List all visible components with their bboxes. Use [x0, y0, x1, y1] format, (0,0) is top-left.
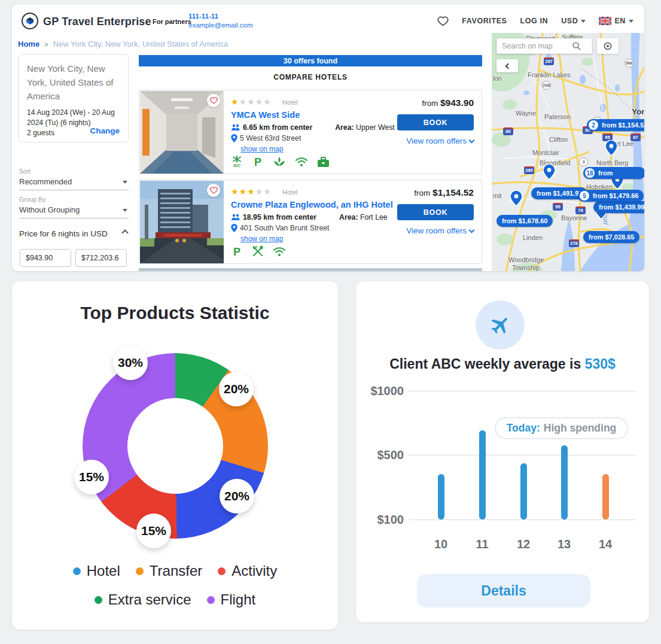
address-text: 5 West 63rd Street — [240, 134, 301, 142]
wifi-icon — [295, 157, 308, 168]
view-room-offers-link[interactable]: View room offers — [384, 136, 474, 145]
compare-hotels-link[interactable]: COMPARE HOTELS — [139, 73, 482, 81]
today-value: High spending — [544, 422, 617, 435]
price-min-input[interactable]: $943.90 — [20, 249, 71, 267]
partner-phone[interactable]: 111-11-11 — [188, 13, 218, 20]
view-room-offers-label: View room offers — [406, 136, 467, 145]
price-max-input[interactable]: $712,203.6 — [75, 249, 127, 267]
chevron-down-icon — [629, 20, 633, 23]
pill-price: from $7,028.65 — [589, 233, 634, 241]
legend-item: Flight — [207, 591, 256, 608]
location-pin-icon — [231, 134, 237, 142]
location-pin-icon — [231, 224, 237, 232]
legend-label: Transfer — [150, 563, 202, 579]
map[interactable]: RingwoodSuffernlonFranklin LakesWaynePat… — [492, 33, 644, 271]
currency-select[interactable]: USD — [561, 17, 586, 25]
bar — [561, 445, 568, 520]
star-icon: ★ — [231, 97, 239, 107]
breadcrumb-separator: > — [44, 41, 48, 48]
show-on-map-link[interactable]: show on map — [240, 145, 283, 153]
legend-item: Transfer — [136, 563, 202, 579]
map-collapse-button[interactable] — [496, 59, 518, 72]
x-axis-label: 13 — [552, 537, 576, 551]
price-from: from $1,154.52 — [384, 187, 474, 198]
view-room-offers-link[interactable]: View room offers — [384, 226, 474, 235]
legend-dot-icon — [218, 567, 226, 575]
language-select[interactable]: EN — [599, 17, 633, 25]
map-pin-icon[interactable] — [510, 190, 522, 208]
map-pin-icon[interactable] — [605, 140, 617, 158]
stats-title: Client ABC weekly average is 530$ — [356, 356, 649, 372]
map-pin-icon[interactable] — [543, 164, 555, 182]
book-button[interactable]: BOOK — [397, 204, 474, 220]
price-value: $943.90 — [440, 98, 474, 108]
brand-title: GP Travel Enterprise — [43, 16, 151, 28]
chevron-up-icon — [121, 229, 128, 236]
header-actions: FAVORITES LOG IN USD EN — [437, 12, 633, 30]
wifi-icon — [273, 247, 286, 257]
price-filter-header[interactable]: Price for 6 nights in USD — [19, 229, 129, 238]
group-by-value: Without Grouping — [19, 205, 129, 214]
favorite-heart-button[interactable] — [207, 94, 220, 107]
details-button[interactable]: Details — [417, 574, 590, 607]
distance-icon — [231, 124, 240, 131]
price-value: $1,154.52 — [432, 187, 474, 198]
x-axis-label: 11 — [470, 537, 494, 551]
area-value: Fort Lee — [360, 213, 388, 221]
pill-count: 18 — [585, 168, 595, 178]
pill-price: from $1,678.60 — [502, 217, 547, 224]
star-icon: ★ — [255, 187, 264, 196]
from-label: from — [422, 99, 438, 108]
sort-value: Recommended — [19, 177, 129, 186]
parking-icon: P — [252, 156, 264, 168]
star-icon: ★ — [231, 187, 239, 196]
x-axis-label: 12 — [511, 537, 535, 551]
distance-text: 6.65 km from center — [243, 123, 312, 132]
property-type-label: Hotel — [282, 99, 298, 106]
ac-icon: A/C — [231, 156, 243, 168]
sort-dropdown[interactable]: Sort Recommended — [19, 168, 129, 190]
login-link[interactable]: LOG IN — [520, 17, 549, 25]
amenities-row: A/CP — [231, 156, 330, 168]
gridline — [409, 520, 636, 520]
chevron-down-icon — [469, 137, 475, 143]
favorite-heart-button[interactable] — [207, 184, 220, 197]
bar — [520, 463, 527, 520]
chart-legend-row: Extra serviceFlight — [12, 591, 338, 608]
map-price-marker[interactable]: from $1,678.60 — [496, 215, 553, 227]
donut-percent-badge: 20% — [219, 372, 254, 406]
map-locate-button[interactable] — [597, 38, 619, 54]
show-on-map-link[interactable]: show on map — [240, 235, 283, 243]
map-price-marker[interactable]: 2from $1,154.52 — [587, 119, 644, 131]
chevron-down-icon — [581, 20, 586, 23]
price-from: from $943.90 — [384, 98, 474, 108]
map-search-input[interactable] — [502, 42, 572, 50]
search-results-panel: GP Travel Enterprise For partners 111-11… — [12, 5, 644, 271]
distance-icon — [231, 214, 240, 221]
map-price-marker[interactable]: 5from $1,479.66 — [578, 190, 644, 202]
group-by-dropdown[interactable]: Group By Without Grouping — [19, 196, 129, 218]
from-label: from — [414, 189, 430, 198]
map-search-box[interactable] — [496, 38, 592, 54]
favorites-link[interactable]: FAVORITES — [462, 17, 507, 25]
address-text: 401 South Van Brunt Street — [240, 224, 329, 232]
map-price-marker[interactable]: 18from — [583, 167, 644, 179]
search-icon — [572, 42, 581, 50]
bar — [438, 474, 444, 520]
legend-dot-icon — [73, 567, 81, 575]
star-icon: ★ — [239, 97, 248, 107]
map-price-marker[interactable]: from $1,439.99 — [593, 201, 644, 213]
favorites-heart-icon[interactable] — [437, 16, 449, 26]
bar-chart — [409, 391, 636, 520]
legend-dot-icon — [136, 567, 144, 575]
star-rating: ★★★★★ — [231, 187, 272, 196]
x-axis-label: 14 — [593, 537, 617, 551]
map-price-marker[interactable]: from $7,028.65 — [583, 231, 639, 243]
partner-email[interactable]: example@email.com — [188, 22, 253, 29]
book-button[interactable]: BOOK — [397, 114, 474, 130]
star-icon: ★ — [247, 97, 255, 107]
breadcrumb-home[interactable]: Home — [18, 40, 39, 48]
change-search-link[interactable]: Change — [90, 126, 120, 135]
star-icon: ★ — [263, 187, 272, 196]
hotel-name-link[interactable]: Crowne Plaza Englewood, an IHG Hotel — [231, 200, 393, 209]
